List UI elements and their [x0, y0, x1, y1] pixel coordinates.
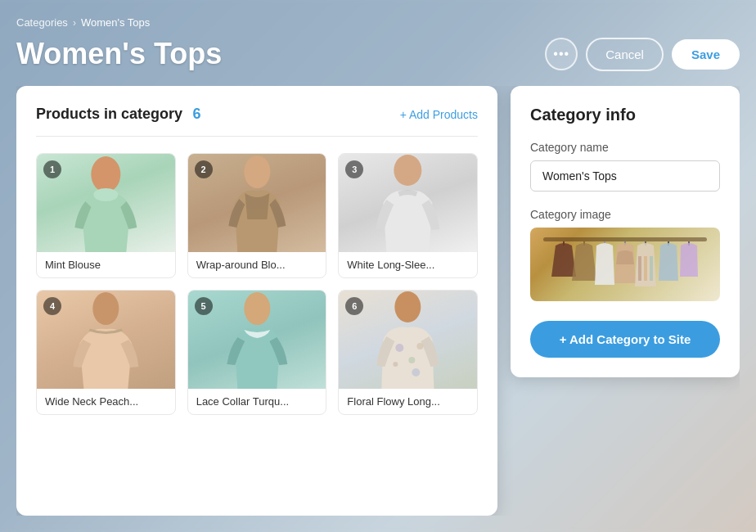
product-card[interactable]: 4 Wide Neck Peach...	[36, 290, 176, 415]
product-name: Wrap-around Blo...	[188, 252, 326, 277]
product-image: 5	[188, 291, 326, 389]
product-number-badge: 4	[43, 297, 61, 315]
product-name: Floral Flowy Long...	[339, 389, 477, 414]
product-card[interactable]: 3 White Long-Slee...	[338, 153, 478, 278]
clothes-rack-icon	[530, 228, 720, 301]
breadcrumb: Categories › Women's Tops	[16, 16, 740, 29]
product-card[interactable]: 6 Floral Flowy Long...	[338, 290, 478, 415]
svg-rect-19	[644, 256, 647, 281]
svg-point-7	[396, 344, 404, 352]
svg-point-10	[394, 362, 398, 367]
svg-point-8	[409, 357, 416, 363]
product-card[interactable]: 5 Lace Collar Turqu...	[187, 290, 327, 415]
product-image: 1	[37, 154, 175, 252]
product-number-badge: 5	[195, 297, 213, 315]
category-image-preview[interactable]	[530, 228, 720, 301]
products-count: 6	[193, 106, 201, 122]
product-number-badge: 2	[195, 160, 213, 178]
svg-point-0	[91, 156, 120, 192]
page-header: Women's Tops ••• Cancel Save	[16, 37, 740, 71]
svg-point-1	[93, 188, 118, 201]
header-actions: ••• Cancel Save	[545, 38, 740, 71]
svg-rect-12	[543, 237, 707, 241]
svg-rect-20	[650, 256, 653, 281]
product-image: 4	[37, 291, 175, 389]
category-image-group: Category image	[530, 208, 720, 301]
category-panel: Category info Category name Category ima…	[511, 86, 740, 377]
category-name-input[interactable]	[530, 160, 720, 192]
product-name: White Long-Slee...	[339, 252, 477, 277]
product-image: 2	[188, 154, 326, 252]
product-image: 3	[339, 154, 477, 252]
products-header: Products in category 6 + Add Products	[36, 106, 478, 137]
product-card[interactable]: 2 Wrap-around Blo...	[187, 153, 327, 278]
save-button[interactable]: Save	[672, 39, 740, 70]
svg-point-6	[395, 291, 421, 322]
svg-point-3	[394, 155, 422, 186]
category-name-group: Category name	[530, 141, 720, 192]
category-name-label: Category name	[530, 141, 720, 154]
product-name: Wide Neck Peach...	[37, 389, 175, 414]
products-panel: Products in category 6 + Add Products 1 …	[16, 86, 497, 516]
products-title-area: Products in category 6	[36, 106, 201, 123]
products-title: Products in category	[36, 106, 182, 122]
category-info-title: Category info	[530, 106, 720, 124]
svg-point-9	[417, 343, 424, 349]
svg-point-2	[244, 156, 270, 188]
chevron-right-icon: ›	[73, 17, 76, 29]
svg-point-4	[92, 292, 119, 325]
cancel-button[interactable]: Cancel	[586, 38, 664, 71]
product-card[interactable]: 1 Mint Blouse	[36, 153, 176, 278]
product-image: 6	[339, 291, 477, 389]
breadcrumb-current: Women's Tops	[81, 16, 150, 29]
product-grid: 1 Mint Blouse 2 Wrap-around Blo... 3	[36, 153, 478, 415]
product-number-badge: 1	[43, 160, 61, 178]
product-name: Lace Collar Turqu...	[188, 389, 326, 414]
add-category-button[interactable]: + Add Category to Site	[530, 321, 720, 358]
more-options-button[interactable]: •••	[545, 38, 578, 70]
category-image-label: Category image	[530, 208, 720, 221]
page-title: Women's Tops	[16, 37, 222, 71]
svg-point-5	[244, 292, 270, 325]
main-content: Products in category 6 + Add Products 1 …	[16, 86, 740, 516]
svg-point-11	[412, 368, 421, 376]
product-name: Mint Blouse	[37, 252, 175, 277]
svg-rect-18	[638, 256, 641, 281]
breadcrumb-parent[interactable]: Categories	[16, 16, 68, 29]
add-products-button[interactable]: + Add Products	[400, 108, 478, 121]
